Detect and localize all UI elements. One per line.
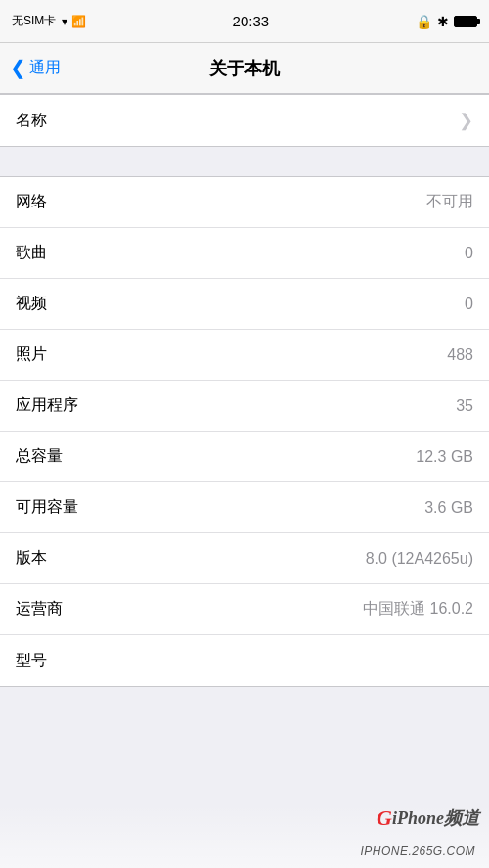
available-value: 3.6 GB xyxy=(424,499,473,517)
status-bar: 无SIM卡 ▾ 📶 20:33 🔒 ✱ xyxy=(0,0,489,43)
bluetooth-icon: ✱ xyxy=(437,14,449,29)
spacer-1 xyxy=(0,147,489,176)
watermark: IPHONE.265G.COM xyxy=(360,845,475,858)
videos-value: 0 xyxy=(465,296,473,313)
brand-iphone: iPhone频道 xyxy=(392,806,479,830)
back-button[interactable]: ❮ 通用 xyxy=(10,57,61,79)
name-row[interactable]: 名称 ❯ xyxy=(0,95,489,146)
lock-icon: 🔒 xyxy=(416,14,432,29)
songs-row: 歌曲 0 xyxy=(0,228,489,279)
photos-label: 照片 xyxy=(16,344,47,365)
available-row: 可用容量 3.6 GB xyxy=(0,482,489,533)
photos-row: 照片 488 xyxy=(0,330,489,381)
apps-row: 应用程序 35 xyxy=(0,381,489,432)
network-label: 网络 xyxy=(16,192,47,212)
brand-watermark: G iPhone频道 xyxy=(377,805,479,831)
carrier-label: 运营商 xyxy=(16,599,63,619)
available-label: 可用容量 xyxy=(16,497,78,518)
watermark-url: IPHONE.265G.COM xyxy=(360,845,475,858)
name-label: 名称 xyxy=(16,111,47,131)
photos-value: 488 xyxy=(447,346,473,364)
signal-text: 无SIM卡 xyxy=(12,13,56,29)
page-title: 关于本机 xyxy=(209,57,280,80)
version-value: 8.0 (12A4265u) xyxy=(366,550,473,568)
battery-icon xyxy=(454,16,477,27)
brand-g: G xyxy=(377,805,392,831)
version-row: 版本 8.0 (12A4265u) xyxy=(0,533,489,584)
apps-label: 应用程序 xyxy=(16,395,78,416)
network-value: 不可用 xyxy=(426,192,473,212)
name-group: 名称 ❯ xyxy=(0,94,489,147)
name-chevron-icon: ❯ xyxy=(459,110,473,131)
capacity-value: 12.3 GB xyxy=(416,448,473,466)
model-row: 型号 xyxy=(0,635,489,686)
capacity-row: 总容量 12.3 GB xyxy=(0,432,489,482)
network-row: 网络 不可用 xyxy=(0,177,489,228)
videos-row: 视频 0 xyxy=(0,279,489,330)
back-label: 通用 xyxy=(29,58,61,78)
carrier-row: 运营商 中国联通 16.0.2 xyxy=(0,584,489,635)
wifi-icon: ▾ 📶 xyxy=(62,15,85,28)
videos-label: 视频 xyxy=(16,294,47,314)
back-chevron-icon: ❮ xyxy=(10,56,26,79)
status-left: 无SIM卡 ▾ 📶 xyxy=(12,13,86,29)
carrier-value: 中国联通 16.0.2 xyxy=(363,599,473,619)
songs-label: 歌曲 xyxy=(16,243,47,263)
status-time: 20:33 xyxy=(233,13,270,29)
songs-value: 0 xyxy=(465,245,473,262)
name-right: ❯ xyxy=(453,110,473,131)
status-right: 🔒 ✱ xyxy=(416,14,477,29)
capacity-label: 总容量 xyxy=(16,446,63,467)
apps-value: 35 xyxy=(456,397,473,415)
settings-section: 名称 ❯ 网络 不可用 歌曲 0 视频 0 照片 488 应用程序 35 xyxy=(0,94,489,687)
version-label: 版本 xyxy=(16,548,47,569)
info-group: 网络 不可用 歌曲 0 视频 0 照片 488 应用程序 35 总容量 12.3… xyxy=(0,176,489,687)
model-label: 型号 xyxy=(16,651,47,671)
nav-bar: ❮ 通用 关于本机 xyxy=(0,43,489,94)
